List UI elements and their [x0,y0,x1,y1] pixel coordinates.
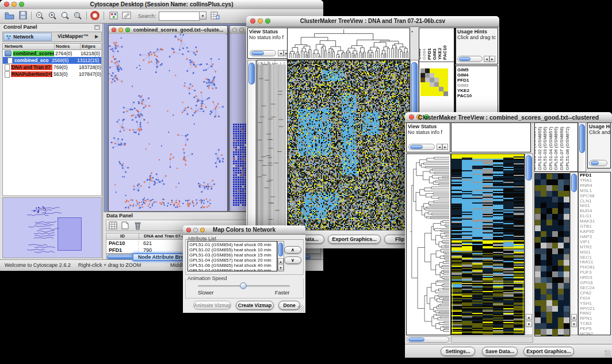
usage-hints-scrollbar[interactable] [589,160,607,166]
tab-network[interactable]: Network [3,33,52,41]
gene-label[interactable]: MON2 [580,332,595,335]
float-panel-icon[interactable] [94,25,100,30]
tv1-row-dendrogram[interactable] [257,60,288,231]
animate-vizmap-button[interactable]: Animate Vizmap [193,301,231,310]
zoom-window-icon[interactable] [125,28,130,32]
tv1-left-vscrollbar[interactable] [247,60,256,230]
zoom-in-icon[interactable] [48,11,57,20]
tv1-row-label[interactable]: PAC10 [457,93,472,98]
col-nodes[interactable]: Nodes [55,44,81,49]
tv1-row-label[interactable]: GIM5 [457,67,472,72]
zoom-selected-icon[interactable] [73,11,82,20]
tv1-column-label[interactable]: PFD1 [427,48,432,60]
network-row[interactable]: combined_sco2569(6)13112(15) [3,57,101,64]
scroll-up-icon[interactable]: ▲ [278,258,284,264]
scroll-left-icon[interactable]: ◄ [484,56,489,62]
attribute-item[interactable]: GPL51-06 (GSM865) heat shock 40 min [189,263,271,268]
tv1-row-label[interactable]: GIM4 [457,72,472,78]
resize-grip[interactable] [298,305,304,312]
move-down-button[interactable]: ∨ [284,256,301,264]
done-button[interactable]: Done [278,301,300,310]
minimize-icon[interactable] [239,28,244,32]
zoom-fit-icon[interactable] [60,11,70,20]
tv2-column-label[interactable]: GPL51-01 (GSM854) [534,127,537,170]
tv2-column-label[interactable]: GPL51-06 (GSM865) [553,127,559,170]
tv2-bottom-scrollbar[interactable] [407,336,449,343]
resize-grip[interactable] [605,350,611,357]
move-up-button[interactable]: ∧ [284,246,301,254]
tv1-row-label[interactable]: PFD1 [457,78,472,83]
attribute-list-vscrollbar[interactable]: ▲ ▼ [277,241,284,271]
col-network[interactable]: Network [3,44,55,49]
speed-slider-thumb[interactable] [240,282,247,289]
scroll-down-icon[interactable]: ▼ [526,321,532,327]
tv2-column-label[interactable]: GPL51-03 (GSM856) [542,127,548,170]
scroll-down-icon[interactable]: ▼ [571,321,577,327]
tv2-column-label[interactable]: GPL51-08 (GSM872) [565,127,570,170]
tv1-zoom-marker-icon[interactable]: ▴ [411,29,413,33]
tv2-heatmap-vscrollbar[interactable]: ▲ ▼ [525,154,533,335]
tv2-column-label[interactable]: GPL51-04 (GSM857) [548,127,553,170]
scroll-right-icon[interactable]: ► [489,56,495,62]
tv1-column-dendrogram[interactable] [287,28,410,60]
tv1-column-label[interactable]: GIM3 [432,48,437,60]
scroll-right-icon[interactable]: ► [442,144,448,150]
col-edges[interactable]: Edges [81,44,95,49]
scroll-up-icon[interactable]: ▲ [571,314,577,320]
attribute-item[interactable]: GPL51-07 (GSM868) heat shock 60 min [189,268,271,271]
search-dropdown-icon[interactable]: ▼ [199,12,206,20]
open-session-icon[interactable] [5,12,14,20]
network-overview-canvas[interactable] [3,198,101,258]
attribute-item[interactable]: GPL51-03 (GSM856) heat shock 15 min [189,252,271,258]
usage-hints-scrollbar[interactable] [457,56,483,62]
tv1-global-matrix[interactable] [420,68,448,96]
create-vizmap-button[interactable]: Create Vizmap [236,301,274,310]
treeview1-titlebar[interactable]: ClusterMaker TreeView : DNA and Tran 07-… [246,16,499,27]
close-icon[interactable] [232,28,237,32]
scroll-down-icon[interactable]: ▼ [278,265,284,270]
tv2-save-data-button[interactable]: Save Data... [482,347,518,356]
tv1-row-label[interactable]: YKE2 [457,88,472,93]
search-input[interactable] [159,12,200,21]
tv2-genelist-vscrollbar[interactable]: ▲ ▼ [570,172,578,335]
tab-overflow-icon[interactable]: ▶ [95,34,98,39]
tv2-heatmap[interactable] [451,154,525,335]
tv1-export-graphics-button[interactable]: Export Graphics... [328,235,381,244]
attribute-item[interactable]: GPL51-01 (GSM854) heat shock 05 min [189,242,271,247]
dialog-titlebar[interactable]: Map Colors to Network [183,225,305,235]
import-table-icon[interactable] [211,11,220,20]
save-session-icon[interactable] [19,11,27,20]
tv1-heatmap[interactable] [287,60,410,231]
tv2-export-graphics-button[interactable]: Export Graphics... [523,347,574,356]
tv2-column-label[interactable]: GPL51-07 (GSM868) [559,127,564,170]
vscroll-thumb[interactable] [579,124,585,153]
annotation-icon[interactable] [122,12,131,20]
vscroll-thumb[interactable] [248,63,255,85]
scroll-left-icon[interactable]: ◄ [278,50,284,56]
close-icon[interactable] [112,28,116,32]
data-col-id[interactable]: ID [106,233,139,239]
tv2-settings-button[interactable]: Settings... [441,347,475,356]
view-status-scrollbar[interactable] [408,144,435,150]
tv2-zoom-view[interactable] [534,173,570,336]
network-window1-titlebar[interactable]: combined_scores_good.txt--cluste... [109,26,227,35]
vscroll-thumb[interactable] [571,174,577,192]
tv1-column-label[interactable]: PAC10 [442,45,447,60]
tv2-labels-vscrollbar[interactable] [578,122,586,172]
tv2-column-label[interactable]: GPL51-02 (GSM855) [537,127,542,170]
delete-attribute-icon[interactable] [134,221,141,230]
attribute-item[interactable]: GPL51-04 (GSM857) heat shock 20 min [189,258,271,263]
tv1-column-label[interactable]: GIM4 [422,48,427,60]
attribute-item[interactable]: GPL51-02 (GSM855) heat shock 10 min [189,247,271,252]
vscroll-thumb[interactable] [278,243,283,256]
network-canvas-1[interactable] [109,34,226,210]
tv2-column-dendrogram[interactable] [451,122,531,152]
network-overview-panel[interactable] [2,197,102,258]
treeview2-titlebar[interactable]: ClusterMaker TreeView : combined_scores_… [405,112,612,123]
tv2-bottom-track[interactable] [451,336,533,343]
network-row[interactable]: RNAPuberNov2+[563(0)107847(0) [3,71,101,78]
tv1-row-label[interactable]: GIM3 [457,83,472,88]
tv1-column-label[interactable]: YKE2 [437,48,442,60]
vscroll-thumb[interactable] [526,155,532,181]
zoom-out-icon[interactable] [35,11,44,20]
